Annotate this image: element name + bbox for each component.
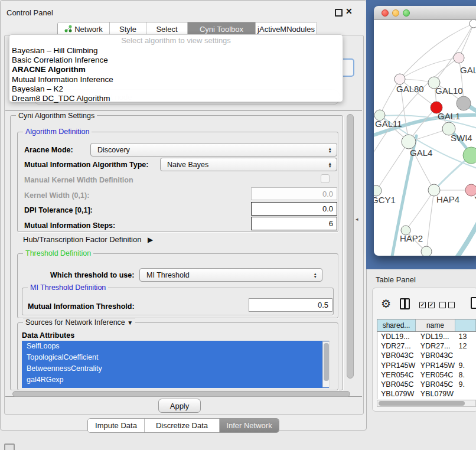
table-row[interactable]: YLR345WYLR345W9.: [377, 399, 476, 399]
attribute-item-betweennesscentrality[interactable]: BetweennessCentrality: [22, 363, 329, 374]
aracne-mode-select[interactable]: Discovery ▲▼: [90, 143, 337, 156]
checked-checkbox-icon: ✓: [428, 302, 435, 308]
unchecked-checkbox-icon: [439, 302, 446, 308]
table-horizontal-scrollbar-thumb[interactable]: [379, 401, 465, 406]
table-row[interactable]: YDL19...YDL19...13: [377, 332, 476, 341]
document-icon[interactable]: [471, 297, 476, 309]
settings-horizontal-scrollbar[interactable]: [12, 391, 350, 397]
network-canvas[interactable]: GALGAL80GAL10GAL1GAL11SWI4GAL4GCY1HAP4YH…: [374, 20, 476, 256]
mi-threshold-field[interactable]: 0.5: [249, 298, 332, 312]
manual-kernel-width-checkbox[interactable]: [321, 174, 330, 183]
algorithm-option-bayesian-hill-climbing[interactable]: Bayesian – Hill Climbing: [9, 46, 343, 56]
bottom-tab-impute-data[interactable]: Impute Data: [88, 419, 145, 432]
hub-definition-expander[interactable]: Hub/Transcription Factor Definition ▶: [23, 235, 153, 244]
tab-label: Cyni Toolbox: [200, 25, 243, 34]
table-row[interactable]: YBR045CYBR045C9.: [377, 380, 476, 389]
node-label: GAL1: [438, 111, 460, 121]
attribute-item-gal4rgexp[interactable]: gal4RGexp: [22, 374, 329, 386]
gear-icon[interactable]: ⚙: [381, 297, 391, 311]
node-label: GAL10: [435, 86, 463, 96]
attribute-item-selfloops[interactable]: SelfLoops: [22, 341, 329, 352]
screenshot-stage: Control Panel ✕ NetworkStyleSelectCyni T…: [0, 0, 476, 450]
algorithm-option-aracne-algorithm[interactable]: ARACNE Algorithm: [9, 65, 343, 74]
table-cell: YDL19...: [377, 332, 416, 341]
attributes-scrollbar-thumb[interactable]: [324, 343, 329, 381]
algorithm-option-basic-correlation-inference[interactable]: Basic Correlation Inference: [9, 56, 343, 65]
algorithm-option-mutual-information-inference[interactable]: Mutual Information Inference: [9, 75, 343, 84]
network-edge: [374, 58, 459, 162]
settings-vertical-scrollbar[interactable]: [347, 114, 354, 379]
tab-label: Network: [74, 25, 103, 34]
mi-algorithm-type-select[interactable]: Naive Bayes ▲▼: [160, 158, 337, 171]
expander-right-arrow-icon: ▶: [148, 236, 153, 244]
table-cell: YBR043C: [377, 351, 416, 360]
table-row[interactable]: YPR145WYPR145W9.: [377, 361, 476, 370]
which-threshold-value: MI Threshold: [146, 271, 190, 279]
which-threshold-label: Which threshold to use:: [50, 271, 134, 279]
which-threshold-select[interactable]: MI Threshold ▲▼: [139, 268, 322, 282]
network-edge: [376, 142, 409, 191]
network-node-gal[interactable]: [454, 53, 464, 63]
mi-threshold-value: 0.5: [318, 301, 328, 309]
data-attributes-list[interactable]: SelfLoopsTopologicalCoefficientBetweenne…: [22, 341, 329, 388]
manual-kernel-width-label: Manual Kernel Width Definition: [24, 176, 133, 184]
sources-legend[interactable]: Sources for Network Inference ▼: [23, 318, 135, 327]
bottom-tab-discretize-data[interactable]: Discretize Data: [145, 419, 220, 432]
algorithm-option-bayesian-k2[interactable]: Bayesian – K2: [9, 84, 343, 94]
bottom-tab-bar: Impute DataDiscretize DataInfer Network: [87, 418, 279, 433]
close-panel-icon[interactable]: ✕: [345, 6, 353, 16]
select-all-checkboxes-icon[interactable]: ✓ ✓: [419, 302, 435, 308]
table-cell: 9.: [455, 380, 476, 389]
table-row[interactable]: YBL079WYBL079W: [377, 389, 476, 399]
column-header-2[interactable]: [455, 319, 476, 331]
mi-threshold-definition-legend: MI Threshold Definition: [28, 283, 108, 292]
kernel-width-label: Kernel Width (0,1):: [24, 191, 89, 200]
table-body: YDL19...YDL19...13YDR27...YDR27...12YBR0…: [377, 332, 476, 399]
network-window-titlebar[interactable]: [374, 6, 476, 20]
bottom-tab-infer-network[interactable]: Infer Network: [220, 419, 279, 432]
table-row[interactable]: YBR043CYBR043C: [377, 351, 476, 360]
deselect-all-checkboxes-icon[interactable]: [439, 302, 455, 308]
apply-button[interactable]: Apply: [158, 399, 201, 413]
float-panel-icon[interactable]: [335, 9, 343, 17]
threshold-definition-legend: Threshold Definition: [23, 249, 93, 257]
node-label: HAP2: [400, 233, 423, 243]
algorithm-option-dream8-dc-tdc-algorithm[interactable]: Dream8 DC_TDC Algorithm: [9, 94, 343, 103]
table-row[interactable]: YDR27...YDR27...12: [377, 341, 476, 351]
column-header-shared[interactable]: shared...: [377, 319, 416, 331]
zoom-traffic-light-icon[interactable]: [403, 9, 410, 17]
network-node[interactable]: [421, 246, 432, 256]
network-node[interactable]: [457, 96, 471, 110]
mi-algorithm-type-label: Mutual Information Algorithm Type:: [24, 161, 148, 169]
dpi-tolerance-field[interactable]: 0.0: [251, 202, 337, 216]
network-node-gal4[interactable]: [402, 135, 416, 149]
cyni-algorithm-settings-legend: Cyni Algorithm Settings: [16, 112, 97, 120]
combo-arrows-icon: ▲▼: [314, 272, 317, 278]
table-cell: YBL079W: [416, 390, 455, 398]
minimize-traffic-light-icon[interactable]: [392, 9, 399, 17]
kernel-width-value: 0.0: [322, 190, 333, 198]
node-label: GAL: [460, 65, 476, 75]
node-label: SWI4: [451, 133, 472, 143]
table-cell: YDL19...: [416, 332, 455, 341]
mi-steps-field[interactable]: 6: [251, 217, 337, 230]
panel-divider-handle-icon[interactable]: ◂: [356, 216, 358, 222]
table-cell: YPR145W: [377, 361, 416, 370]
network-node-gal80[interactable]: [395, 74, 405, 84]
column-header-name[interactable]: name: [416, 319, 455, 331]
attribute-item-topologicalcoefficient[interactable]: TopologicalCoefficient: [22, 352, 329, 363]
close-traffic-light-icon[interactable]: [382, 9, 389, 17]
network-view-window: GALGAL80GAL10GAL1GAL11SWI4GAL4GCY1HAP4YH…: [374, 6, 476, 256]
dpi-tolerance-value: 0.0: [322, 204, 333, 213]
aracne-mode-label: Aracne Mode:: [24, 146, 73, 154]
split-columns-icon[interactable]: [400, 298, 410, 309]
network-node[interactable]: [470, 20, 476, 28]
table-row[interactable]: YER054CYER054C8.: [377, 370, 476, 380]
node-label: GAL4: [410, 148, 432, 158]
tab-label: Select: [156, 25, 177, 34]
combo-arrows-icon: ▲▼: [328, 147, 332, 153]
dock-panel-icon[interactable]: [4, 444, 15, 450]
kernel-width-field: 0.0: [251, 187, 337, 200]
data-attributes-label: Data Attributes: [22, 331, 74, 340]
unchecked-checkbox-icon: [448, 302, 455, 308]
